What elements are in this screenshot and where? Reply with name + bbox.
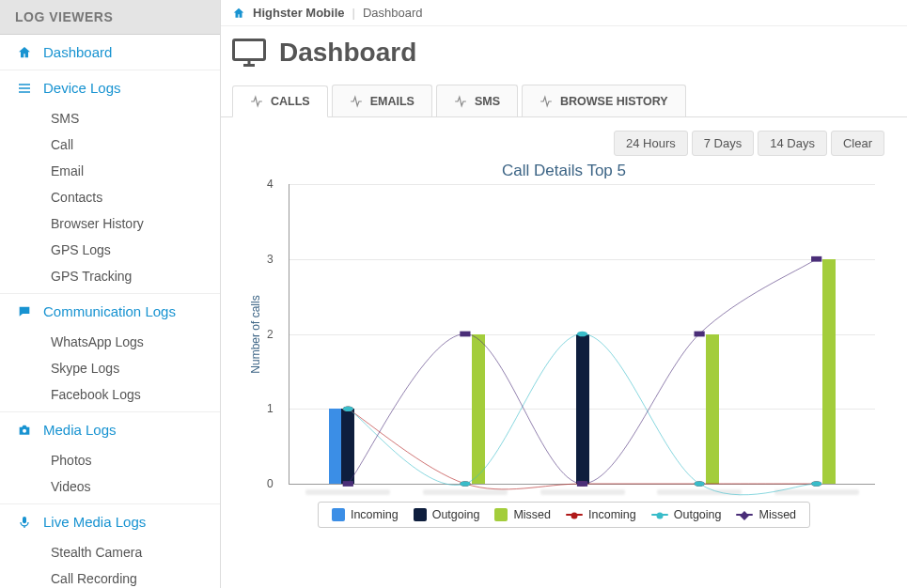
sidebar-subitem-browser-history[interactable]: Browser History — [0, 210, 220, 237]
ytick: 4 — [267, 178, 274, 191]
sidebar-subitem-whatsapp-logs[interactable]: WhatsApp Logs — [0, 329, 220, 355]
sidebar-subitem-stealth-camera[interactable]: Stealth Camera — [0, 539, 220, 565]
sidebar-subitem-gps-logs[interactable]: GPS Logs — [0, 237, 220, 263]
legend-label: Missed — [513, 508, 551, 521]
list-icon — [15, 81, 34, 96]
legend-swatch — [736, 514, 753, 516]
tab-label: CALLS — [271, 95, 310, 108]
main: Highster Mobile | Dashboard Dashboard CA… — [221, 0, 907, 588]
sidebar-subitem-contacts[interactable]: Contacts — [0, 184, 220, 210]
mic-icon — [15, 515, 34, 530]
camera-icon — [15, 423, 34, 438]
ytick: 1 — [267, 402, 274, 415]
tab-sms[interactable]: SMS — [436, 85, 518, 116]
page-title-row: Dashboard — [221, 26, 907, 85]
sidebar: LOG VIEWERS DashboardDevice LogsSMSCallE… — [0, 0, 221, 588]
breadcrumb-app[interactable]: Highster Mobile — [253, 6, 345, 20]
sidebar-item-live-media-logs[interactable]: Live Media Logs — [0, 504, 220, 539]
marker — [577, 332, 587, 337]
marker — [343, 481, 353, 487]
line-missed — [348, 259, 816, 484]
sidebar-item-label: Dashboard — [43, 44, 112, 60]
breadcrumb-sep: | — [352, 6, 355, 20]
chart-plot: Number of calls 01234 — [289, 184, 875, 485]
xtick — [301, 489, 395, 497]
chart-area: Call Details Top 5 Number of calls 01234… — [243, 162, 884, 537]
home-icon — [15, 45, 34, 60]
sidebar-subitem-sms[interactable]: SMS — [0, 105, 220, 132]
pulse-icon — [454, 95, 467, 108]
legend-item-bar-outgoing[interactable]: Outgoing — [414, 508, 480, 521]
range-button-clear[interactable]: Clear — [831, 131, 884, 156]
sidebar-subitem-photos[interactable]: Photos — [0, 447, 220, 473]
sidebar-subitem-email[interactable]: Email — [0, 158, 220, 184]
marker — [577, 481, 587, 487]
marker — [811, 481, 821, 487]
legend-label: Missed — [758, 508, 796, 521]
chart-ylabel: Number of calls — [249, 295, 262, 373]
legend-item-line-outgoing[interactable]: Outgoing — [651, 508, 722, 521]
legend-label: Outgoing — [674, 508, 722, 521]
sidebar-subitem-call-recording[interactable]: Call Recording — [0, 565, 220, 588]
legend-label: Incoming — [588, 508, 636, 521]
sidebar-item-label: Device Logs — [43, 80, 121, 96]
tab-label: SMS — [475, 95, 500, 108]
sidebar-item-media-logs[interactable]: Media Logs — [0, 412, 220, 447]
legend-label: Outgoing — [432, 508, 480, 521]
sidebar-header: LOG VIEWERS — [0, 0, 220, 35]
sidebar-item-dashboard[interactable]: Dashboard — [0, 35, 220, 70]
marker — [811, 256, 821, 262]
legend-swatch — [332, 508, 345, 521]
breadcrumb: Highster Mobile | Dashboard — [221, 0, 907, 26]
tab-label: BROWSE HISTORY — [560, 95, 668, 108]
legend-label: Incoming — [351, 508, 399, 521]
chart-title: Call Details Top 5 — [243, 162, 884, 180]
sidebar-subitem-gps-tracking[interactable]: GPS Tracking — [0, 263, 220, 289]
tab-emails[interactable]: EMAILS — [332, 85, 432, 116]
sidebar-item-label: Communication Logs — [43, 303, 176, 319]
legend-swatch — [566, 514, 583, 516]
tab-label: EMAILS — [370, 95, 414, 108]
chart-lines — [289, 184, 875, 484]
ytick: 2 — [267, 328, 274, 341]
marker — [694, 481, 704, 487]
sidebar-subitem-facebook-logs[interactable]: Facebook Logs — [0, 381, 220, 408]
sidebar-subitem-skype-logs[interactable]: Skype Logs — [0, 355, 220, 381]
legend-item-line-missed[interactable]: Missed — [736, 508, 796, 521]
range-button-24-hours[interactable]: 24 Hours — [614, 131, 688, 156]
ytick: 0 — [267, 477, 274, 490]
pulse-icon — [250, 95, 263, 108]
tab-calls[interactable]: CALLS — [232, 85, 328, 117]
line-incoming — [348, 409, 816, 489]
tabs: CALLSEMAILSSMSBROWSE HISTORY — [221, 85, 907, 117]
marker — [460, 481, 470, 487]
sidebar-subitem-call[interactable]: Call — [0, 132, 220, 158]
page-title: Dashboard — [279, 38, 416, 68]
pulse-icon — [350, 95, 363, 108]
legend-swatch — [651, 514, 668, 516]
sidebar-subitem-videos[interactable]: Videos — [0, 473, 220, 500]
range-button-7-days[interactable]: 7 Days — [692, 131, 754, 156]
marker — [460, 332, 470, 337]
chart-legend: IncomingOutgoingMissedIncomingOutgoingMi… — [318, 502, 810, 528]
sidebar-item-label: Live Media Logs — [43, 514, 146, 530]
legend-item-line-incoming[interactable]: Incoming — [566, 508, 636, 521]
svg-point-0 — [23, 428, 26, 432]
home-icon[interactable] — [232, 7, 245, 20]
tab-browse-history[interactable]: BROWSE HISTORY — [522, 85, 686, 116]
sidebar-item-device-logs[interactable]: Device Logs — [0, 70, 220, 105]
range-button-14-days[interactable]: 14 Days — [758, 131, 827, 156]
xtick — [418, 489, 512, 497]
legend-item-bar-missed[interactable]: Missed — [494, 508, 551, 521]
ytick: 3 — [267, 253, 274, 266]
xtick — [652, 489, 746, 497]
legend-item-bar-incoming[interactable]: Incoming — [332, 508, 399, 521]
marker — [343, 406, 353, 411]
svg-rect-4 — [234, 40, 265, 60]
chat-icon — [15, 304, 34, 319]
sidebar-item-label: Media Logs — [43, 422, 117, 438]
pulse-icon — [540, 95, 553, 108]
xtick — [770, 489, 864, 497]
sidebar-item-communication-logs[interactable]: Communication Logs — [0, 294, 220, 329]
line-outgoing — [348, 334, 816, 495]
